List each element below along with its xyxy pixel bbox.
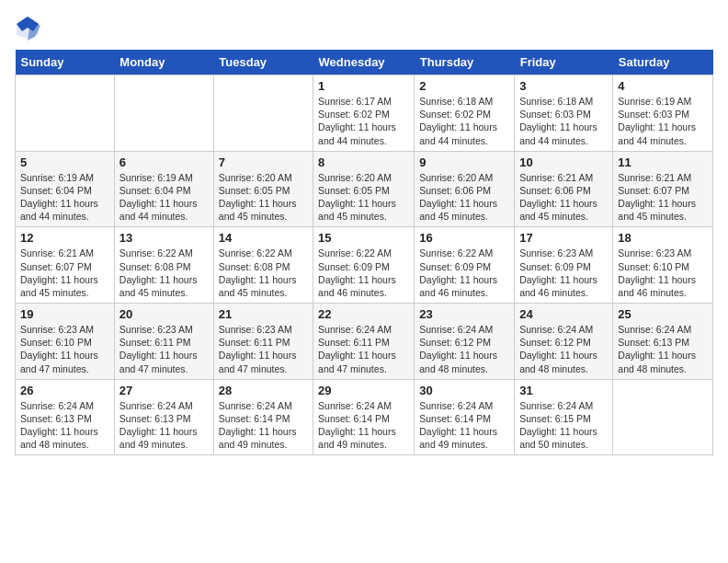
calendar-cell: 11Sunrise: 6:21 AM Sunset: 6:07 PM Dayli… (613, 151, 713, 227)
logo (15, 15, 42, 40)
calendar-cell: 9Sunrise: 6:20 AM Sunset: 6:06 PM Daylig… (415, 151, 515, 227)
calendar-cell (16, 75, 115, 152)
calendar-cell: 3Sunrise: 6:18 AM Sunset: 6:03 PM Daylig… (515, 75, 613, 152)
day-info: Sunrise: 6:24 AM Sunset: 6:13 PM Dayligh… (119, 399, 209, 452)
day-info: Sunrise: 6:24 AM Sunset: 6:15 PM Dayligh… (519, 399, 608, 452)
day-number: 23 (419, 307, 509, 321)
day-info: Sunrise: 6:21 AM Sunset: 6:07 PM Dayligh… (618, 171, 708, 224)
calendar-cell: 4Sunrise: 6:19 AM Sunset: 6:03 PM Daylig… (613, 75, 713, 152)
calendar-week-3: 12Sunrise: 6:21 AM Sunset: 6:07 PM Dayli… (16, 227, 713, 304)
calendar-cell: 13Sunrise: 6:22 AM Sunset: 6:08 PM Dayli… (114, 227, 213, 304)
day-number: 20 (119, 307, 209, 321)
calendar-cell: 5Sunrise: 6:19 AM Sunset: 6:04 PM Daylig… (16, 151, 115, 227)
calendar-cell: 22Sunrise: 6:24 AM Sunset: 6:11 PM Dayli… (313, 304, 415, 380)
calendar-cell: 18Sunrise: 6:23 AM Sunset: 6:10 PM Dayli… (613, 227, 713, 304)
calendar-cell: 21Sunrise: 6:23 AM Sunset: 6:11 PM Dayli… (213, 304, 313, 380)
day-info: Sunrise: 6:24 AM Sunset: 6:13 PM Dayligh… (20, 399, 109, 452)
day-info: Sunrise: 6:19 AM Sunset: 6:03 PM Dayligh… (618, 95, 708, 147)
day-number: 29 (318, 384, 409, 397)
day-info: Sunrise: 6:18 AM Sunset: 6:02 PM Dayligh… (419, 95, 509, 147)
day-info: Sunrise: 6:20 AM Sunset: 6:06 PM Dayligh… (419, 171, 509, 224)
day-number: 31 (519, 384, 608, 397)
calendar-cell: 23Sunrise: 6:24 AM Sunset: 6:12 PM Dayli… (415, 304, 515, 380)
calendar-week-5: 26Sunrise: 6:24 AM Sunset: 6:13 PM Dayli… (16, 379, 713, 455)
day-info: Sunrise: 6:21 AM Sunset: 6:06 PM Dayligh… (519, 171, 608, 224)
day-info: Sunrise: 6:18 AM Sunset: 6:03 PM Dayligh… (519, 95, 608, 147)
day-number: 9 (419, 155, 509, 169)
weekday-header-monday: Monday (114, 50, 213, 75)
calendar-cell: 28Sunrise: 6:24 AM Sunset: 6:14 PM Dayli… (213, 379, 313, 455)
weekday-header-row: SundayMondayTuesdayWednesdayThursdayFrid… (16, 50, 713, 75)
day-info: Sunrise: 6:24 AM Sunset: 6:14 PM Dayligh… (219, 399, 308, 452)
day-info: Sunrise: 6:23 AM Sunset: 6:09 PM Dayligh… (519, 247, 608, 299)
day-number: 13 (119, 231, 209, 245)
calendar-cell: 31Sunrise: 6:24 AM Sunset: 6:15 PM Dayli… (515, 379, 613, 455)
calendar-week-4: 19Sunrise: 6:23 AM Sunset: 6:10 PM Dayli… (16, 304, 713, 380)
day-number: 4 (618, 79, 708, 93)
day-number: 19 (20, 307, 109, 321)
logo-icon (15, 15, 40, 40)
calendar-cell: 30Sunrise: 6:24 AM Sunset: 6:14 PM Dayli… (415, 379, 515, 455)
day-number: 14 (219, 231, 308, 245)
day-info: Sunrise: 6:24 AM Sunset: 6:12 PM Dayligh… (519, 323, 608, 375)
day-info: Sunrise: 6:24 AM Sunset: 6:14 PM Dayligh… (419, 399, 509, 452)
calendar-cell: 17Sunrise: 6:23 AM Sunset: 6:09 PM Dayli… (515, 227, 613, 304)
day-info: Sunrise: 6:19 AM Sunset: 6:04 PM Dayligh… (119, 171, 209, 224)
day-number: 24 (519, 307, 608, 321)
calendar-cell: 26Sunrise: 6:24 AM Sunset: 6:13 PM Dayli… (16, 379, 115, 455)
day-info: Sunrise: 6:21 AM Sunset: 6:07 PM Dayligh… (20, 247, 109, 299)
day-number: 7 (219, 155, 308, 169)
calendar-cell: 16Sunrise: 6:22 AM Sunset: 6:09 PM Dayli… (415, 227, 515, 304)
calendar-cell: 1Sunrise: 6:17 AM Sunset: 6:02 PM Daylig… (313, 75, 415, 152)
day-info: Sunrise: 6:22 AM Sunset: 6:08 PM Dayligh… (119, 247, 209, 299)
calendar-cell: 25Sunrise: 6:24 AM Sunset: 6:13 PM Dayli… (613, 304, 713, 380)
calendar-cell: 20Sunrise: 6:23 AM Sunset: 6:11 PM Dayli… (114, 304, 213, 380)
day-info: Sunrise: 6:24 AM Sunset: 6:14 PM Dayligh… (318, 399, 409, 452)
calendar-week-1: 1Sunrise: 6:17 AM Sunset: 6:02 PM Daylig… (16, 75, 713, 152)
calendar-cell (213, 75, 313, 152)
day-number: 21 (219, 307, 308, 321)
weekday-header-sunday: Sunday (16, 50, 115, 75)
calendar-cell: 6Sunrise: 6:19 AM Sunset: 6:04 PM Daylig… (114, 151, 213, 227)
day-number: 12 (20, 231, 109, 245)
calendar-cell (114, 75, 213, 152)
day-info: Sunrise: 6:23 AM Sunset: 6:11 PM Dayligh… (119, 323, 209, 375)
day-info: Sunrise: 6:17 AM Sunset: 6:02 PM Dayligh… (318, 95, 409, 147)
day-number: 5 (20, 155, 109, 169)
day-number: 16 (419, 231, 509, 245)
calendar-cell: 14Sunrise: 6:22 AM Sunset: 6:08 PM Dayli… (213, 227, 313, 304)
weekday-header-tuesday: Tuesday (213, 50, 313, 75)
day-number: 17 (519, 231, 608, 245)
calendar-cell (613, 379, 713, 455)
day-number: 25 (618, 307, 708, 321)
calendar-cell: 8Sunrise: 6:20 AM Sunset: 6:05 PM Daylig… (313, 151, 415, 227)
calendar-week-2: 5Sunrise: 6:19 AM Sunset: 6:04 PM Daylig… (16, 151, 713, 227)
day-number: 26 (20, 384, 109, 397)
day-info: Sunrise: 6:23 AM Sunset: 6:10 PM Dayligh… (20, 323, 109, 375)
day-info: Sunrise: 6:24 AM Sunset: 6:11 PM Dayligh… (318, 323, 409, 375)
weekday-header-friday: Friday (515, 50, 613, 75)
day-info: Sunrise: 6:24 AM Sunset: 6:13 PM Dayligh… (618, 323, 708, 375)
day-number: 22 (318, 307, 409, 321)
weekday-header-saturday: Saturday (613, 50, 713, 75)
day-number: 27 (119, 384, 209, 397)
day-number: 11 (618, 155, 708, 169)
day-info: Sunrise: 6:22 AM Sunset: 6:09 PM Dayligh… (318, 247, 409, 299)
day-number: 15 (318, 231, 409, 245)
day-number: 3 (519, 79, 608, 93)
weekday-header-wednesday: Wednesday (313, 50, 415, 75)
calendar-cell: 29Sunrise: 6:24 AM Sunset: 6:14 PM Dayli… (313, 379, 415, 455)
day-info: Sunrise: 6:22 AM Sunset: 6:08 PM Dayligh… (219, 247, 308, 299)
day-info: Sunrise: 6:24 AM Sunset: 6:12 PM Dayligh… (419, 323, 509, 375)
calendar-cell: 10Sunrise: 6:21 AM Sunset: 6:06 PM Dayli… (515, 151, 613, 227)
day-info: Sunrise: 6:20 AM Sunset: 6:05 PM Dayligh… (219, 171, 308, 224)
day-info: Sunrise: 6:22 AM Sunset: 6:09 PM Dayligh… (419, 247, 509, 299)
calendar-cell: 12Sunrise: 6:21 AM Sunset: 6:07 PM Dayli… (16, 227, 115, 304)
day-number: 18 (618, 231, 708, 245)
calendar-table: SundayMondayTuesdayWednesdayThursdayFrid… (15, 50, 713, 455)
day-number: 28 (219, 384, 308, 397)
day-info: Sunrise: 6:23 AM Sunset: 6:10 PM Dayligh… (618, 247, 708, 299)
day-number: 6 (119, 155, 209, 169)
day-number: 10 (519, 155, 608, 169)
weekday-header-thursday: Thursday (415, 50, 515, 75)
